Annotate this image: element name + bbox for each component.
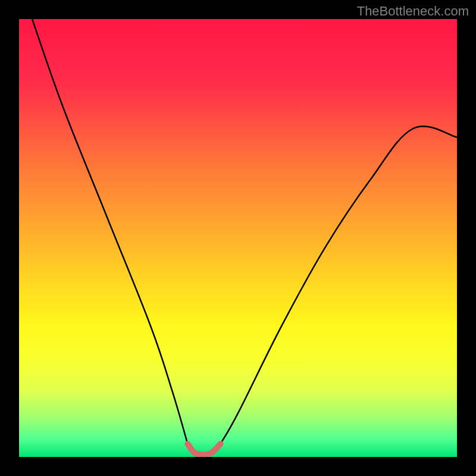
- highlight-path: [187, 444, 220, 455]
- chart-container: [19, 19, 457, 457]
- watermark-text: TheBottleneck.com: [357, 4, 469, 19]
- curve-right-path: [221, 126, 457, 444]
- curve-overlay: [19, 19, 457, 457]
- curve-left-path: [32, 19, 187, 444]
